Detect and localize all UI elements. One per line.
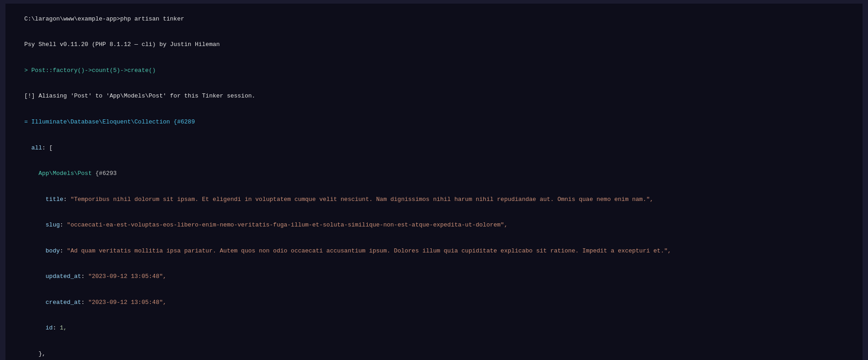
header-line-1: C:\laragon\www\example-app>php artisan t… [10,6,858,32]
header-line-3: > Post::factory()->count(5)->create() [10,58,858,84]
post-1-updated: updated_at: "2023-09-12 13:05:48", [10,264,858,290]
post-1-created: created_at: "2023-09-12 13:05:48", [10,290,858,316]
post-1-body: body: "Ad quam veritatis mollitia ipsa p… [10,238,858,264]
header-line-4: [!] Aliasing 'Post' to 'App\Models\Post'… [10,84,858,110]
post-1-class: App\Models\Post {#6293 [10,161,858,187]
post-1-slug: slug: "occaecati-ea-est-voluptas-eos-lib… [10,212,858,238]
header-line-2: Psy Shell v0.11.20 (PHP 8.1.12 — cli) by… [10,32,858,58]
terminal-window: C:\laragon\www\example-app>php artisan t… [5,4,863,360]
post-1-title: title: "Temporibus nihil dolorum sit ips… [10,187,858,213]
collection-all: all: [ [10,135,858,161]
header-line-5: = Illuminate\Database\Eloquent\Collectio… [10,109,858,135]
post-1-id: id: 1, [10,315,858,341]
post-1-close: }, [10,341,858,360]
